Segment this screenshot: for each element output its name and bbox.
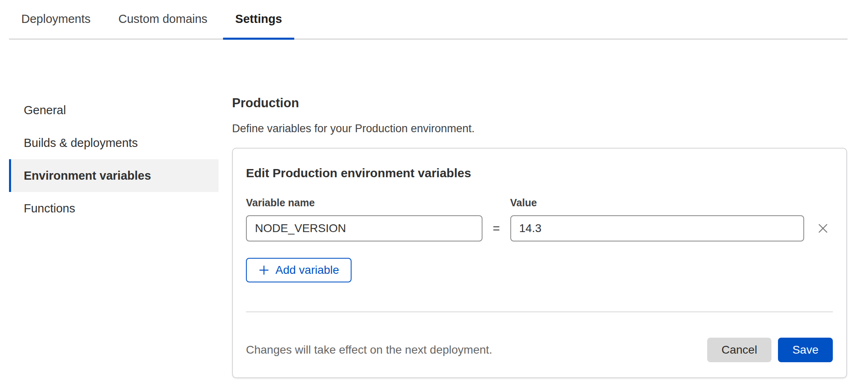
tab-bar: Deployments Custom domains Settings <box>9 0 848 40</box>
sidebar-item-functions[interactable]: Functions <box>9 192 219 225</box>
settings-content: General Builds & deployments Environment… <box>0 94 868 378</box>
plus-icon <box>258 264 270 276</box>
variable-name-group: Variable name <box>246 198 482 241</box>
variable-value-input[interactable] <box>510 215 804 241</box>
add-variable-label: Add variable <box>275 264 339 277</box>
card-title: Edit Production environment variables <box>246 167 833 179</box>
footer-note: Changes will take effect on the next dep… <box>246 343 492 356</box>
sidebar-item-general[interactable]: General <box>9 94 219 126</box>
variable-name-input[interactable] <box>246 215 482 241</box>
environment-variables-panel: Production Define variables for your Pro… <box>232 94 847 378</box>
card-divider <box>246 311 833 312</box>
edit-variables-card: Edit Production environment variables Va… <box>232 148 847 378</box>
footer-actions: Cancel Save <box>707 338 833 362</box>
sidebar-item-environment-variables[interactable]: Environment variables <box>9 159 219 192</box>
variable-value-label: Value <box>510 198 804 208</box>
close-icon <box>816 222 830 235</box>
section-title: Production <box>232 96 847 111</box>
tab-settings[interactable]: Settings <box>223 0 294 40</box>
tab-custom-domains[interactable]: Custom domains <box>106 0 220 40</box>
tab-deployments[interactable]: Deployments <box>9 0 103 40</box>
add-variable-button[interactable]: Add variable <box>246 258 352 282</box>
sidebar-item-builds-deployments[interactable]: Builds & deployments <box>9 126 219 159</box>
variable-name-label: Variable name <box>246 198 482 208</box>
variable-value-group: Value <box>510 198 804 241</box>
save-button[interactable]: Save <box>778 338 833 362</box>
variable-row: Variable name = Value <box>246 198 833 241</box>
section-description: Define variables for your Production env… <box>232 122 847 135</box>
remove-variable-button[interactable] <box>816 215 830 241</box>
cancel-button[interactable]: Cancel <box>707 338 771 362</box>
equals-sign: = <box>482 215 510 241</box>
card-footer: Changes will take effect on the next dep… <box>246 338 833 362</box>
settings-sidebar: General Builds & deployments Environment… <box>9 94 219 378</box>
